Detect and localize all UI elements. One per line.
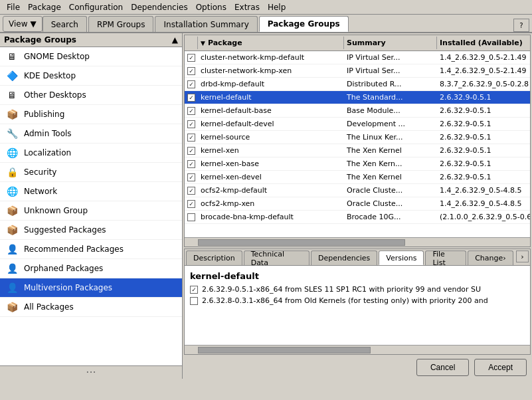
row-version: 2.6.32.9-0.5.1 [437,157,530,170]
table-row[interactable]: kernel-default-devel Development ... 2.6… [185,118,530,131]
menu-configuration[interactable]: Configuration [65,1,127,13]
tab-rpm-groups[interactable]: RPM Groups [88,16,154,32]
row-summary: Base Module... [344,104,437,117]
pkg-checkbox[interactable] [187,67,195,75]
row-summary: Development ... [344,118,437,130]
row-check[interactable] [185,211,198,223]
row-summary: Brocade 10G... [344,211,437,223]
menu-help[interactable]: Help [264,1,290,13]
row-check[interactable] [185,78,198,90]
row-check[interactable] [185,184,198,197]
list-item[interactable]: 📦Suggested Packages [0,221,182,240]
version-checkbox-2[interactable] [190,297,198,305]
row-name: brocade-bna-kmp-default [198,211,344,223]
col-package[interactable]: ▼ Package [198,37,344,49]
tab-package-groups[interactable]: Package Groups [259,16,349,32]
list-item[interactable]: 📦Publishing [0,105,182,124]
menu-dependencies[interactable]: Dependencies [127,1,191,13]
list-item[interactable]: 👤Multiversion Packages [0,278,182,298]
left-panel-header: Package Groups ▲ [0,33,182,47]
table-row[interactable]: ocfs2-kmp-default Oracle Cluste... 1.4_2… [185,184,530,197]
bottom-tab-change[interactable]: Change› [468,250,513,265]
bottom-scrollbar-h[interactable] [185,345,530,354]
list-item[interactable]: 👤Orphaned Packages [0,259,182,278]
group-icon: 📦 [5,223,19,237]
scroll-right-icon[interactable]: › [516,250,529,262]
row-check[interactable] [185,144,198,157]
pkg-checkbox[interactable] [187,134,195,142]
row-version: 2.6.32.9-0.5.1 [437,91,530,104]
list-item[interactable]: 🖥Other Desktops [0,86,182,105]
pkg-checkbox[interactable] [187,147,195,155]
table-row[interactable]: kernel-default-base Base Module... 2.6.3… [185,104,530,118]
table-row[interactable]: ocfs2-kmp-xen Oracle Cluste... 1.4_2.6.3… [185,197,530,211]
menu-file[interactable]: File [3,1,24,13]
pkg-checkbox[interactable] [187,80,195,88]
bottom-tab-description[interactable]: Description [186,250,242,265]
col-summary[interactable]: Summary [344,37,437,49]
row-summary: Oracle Cluste... [344,197,437,210]
table-row[interactable]: kernel-xen-base The Xen Kern... 2.6.32.9… [185,157,530,171]
row-check[interactable] [185,118,198,130]
group-label: All Packages [24,302,74,312]
table-row[interactable]: kernel-xen The Xen Kernel 2.6.32.9-0.5.1 [185,144,530,157]
table-row[interactable]: cluster-network-kmp-xen IP Virtual Ser..… [185,64,530,78]
col-installed[interactable]: Installed (Available) [437,37,531,49]
row-check[interactable] [185,131,198,144]
list-item[interactable]: 🔷KDE Desktop [0,66,182,86]
menu-extras[interactable]: Extras [230,1,264,13]
list-item[interactable]: 📦All Packages [0,298,182,317]
tab-search[interactable]: Search [43,16,87,32]
table-row[interactable]: brocade-bna-kmp-default Brocade 10G... (… [185,211,530,224]
list-item[interactable]: 👤Recommended Packages [0,240,182,259]
pkg-checkbox[interactable] [187,54,195,62]
menu-package[interactable]: Package [24,1,65,13]
chevron-right-icon: › [503,254,505,262]
collapse-icon[interactable]: ▲ [172,35,178,45]
row-check[interactable] [185,171,198,183]
table-row[interactable]: kernel-xen-devel The Xen Kernel 2.6.32.9… [185,171,530,184]
pkg-checkbox[interactable] [187,160,195,168]
list-item[interactable]: 🌐Localization [0,144,182,163]
pkg-checkbox[interactable] [187,213,195,221]
row-summary: Distributed R... [344,78,437,90]
table-row[interactable]: drbd-kmp-default Distributed R... 8.3.7_… [185,78,530,91]
row-name: kernel-xen-devel [198,171,344,183]
group-icon: 🖥 [5,50,19,63]
view-dropdown[interactable]: View ▼ [3,16,43,32]
pkg-checkbox[interactable] [187,107,195,115]
tab-installation-summary[interactable]: Installation Summary [155,16,257,32]
pkg-checkbox[interactable] [187,200,195,208]
row-check[interactable] [185,157,198,170]
bottom-tab-dependencies[interactable]: Dependencies [311,250,377,265]
bottom-tab-filelist[interactable]: File List [425,250,466,265]
version-checkbox-1[interactable] [190,286,198,294]
list-item[interactable]: 🖥GNOME Desktop [0,47,182,66]
row-check[interactable] [185,197,198,210]
pkg-checkbox[interactable] [187,94,195,102]
list-item[interactable]: 🔧Admin Tools [0,124,182,144]
row-check[interactable] [185,104,198,117]
list-item[interactable]: 🔒Security [0,163,182,182]
row-name: kernel-xen-base [198,157,344,170]
row-check[interactable] [185,51,198,64]
bottom-tab-versions[interactable]: Versions [379,250,424,265]
row-check[interactable] [185,91,198,104]
accept-button[interactable]: Accept [474,359,527,376]
list-item[interactable]: 📦Unknown Group [0,201,182,221]
row-check[interactable] [185,64,198,77]
bottom-tab-technical[interactable]: Technical Data [244,250,310,265]
help-icon[interactable]: ? [513,19,529,32]
table-header: ▼ Package Summary Installed (Available) [185,35,530,51]
table-row[interactable]: cluster-network-kmp-default IP Virtual S… [185,51,530,64]
table-scrollbar-h[interactable] [185,237,530,247]
list-item[interactable]: 🌐Network [0,182,182,201]
menu-options[interactable]: Options [192,1,230,13]
pkg-checkbox[interactable] [187,173,195,181]
group-label: Other Desktops [24,90,86,100]
table-row[interactable]: kernel-default The Standard... 2.6.32.9-… [185,91,530,104]
cancel-button[interactable]: Cancel [416,359,469,376]
table-row[interactable]: kernel-source The Linux Ker... 2.6.32.9-… [185,131,530,144]
pkg-checkbox[interactable] [187,187,195,195]
pkg-checkbox[interactable] [187,120,195,128]
